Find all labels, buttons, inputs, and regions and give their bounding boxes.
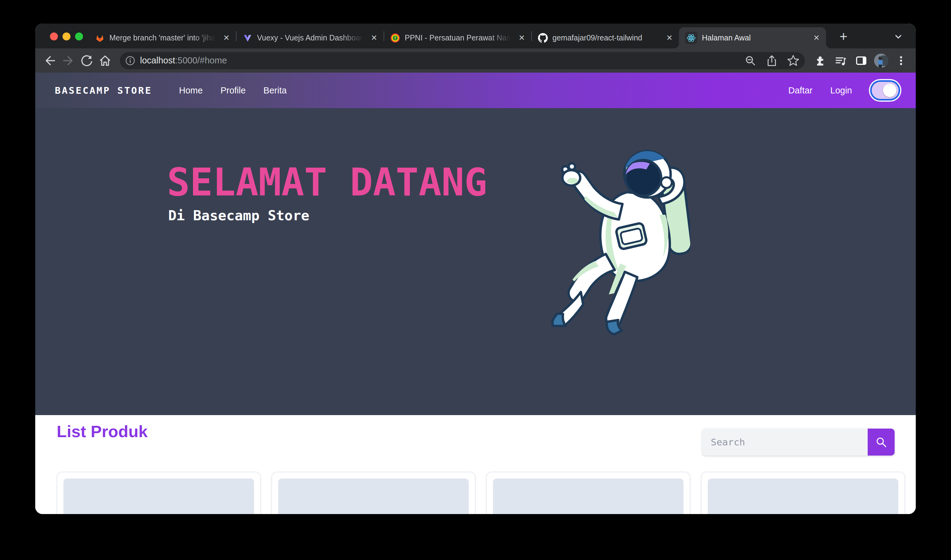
astronaut-illustration: [548, 147, 690, 342]
gitlab-icon: [95, 33, 105, 43]
side-panel-icon[interactable]: [853, 53, 869, 69]
product-image-placeholder: [493, 478, 683, 514]
site-navbar: BASECAMP STORE Home Profile Berita Dafta…: [35, 72, 916, 108]
nav-link-daftar[interactable]: Daftar: [788, 85, 813, 95]
url-text: localhost:5000/#home: [140, 55, 227, 66]
address-bar[interactable]: localhost:5000/#home: [120, 52, 805, 69]
tab-title: gemafajar09/react-tailwind: [552, 33, 660, 42]
tabs-container: Merge branch 'master' into 'jiha ✕ Vuexy…: [89, 24, 826, 48]
product-image-placeholder: [708, 478, 898, 514]
nav-link-home[interactable]: Home: [179, 85, 203, 95]
site-info-icon[interactable]: [125, 55, 136, 66]
zoom-window-button[interactable]: [75, 32, 83, 40]
tab-vuexy-dashboard[interactable]: Vuexy - Vuejs Admin Dashboard ✕: [237, 27, 383, 48]
tab-ppni[interactable]: PPNI - Persatuan Perawat Nasio ✕: [384, 27, 531, 48]
web-page: BASECAMP STORE Home Profile Berita Dafta…: [35, 72, 916, 514]
nav-link-berita[interactable]: Berita: [263, 85, 287, 95]
nav-link-login[interactable]: Login: [830, 85, 852, 95]
nav-link-profile[interactable]: Profile: [221, 85, 246, 95]
tab-gitlab-merge-branch[interactable]: Merge branch 'master' into 'jiha ✕: [89, 27, 236, 48]
brand-logo-text[interactable]: BASECAMP STORE: [55, 85, 152, 96]
product-image-placeholder: [63, 478, 254, 514]
zoom-out-icon[interactable]: [742, 52, 759, 69]
media-controls-icon[interactable]: [833, 53, 848, 69]
github-icon: [538, 33, 548, 43]
theme-toggle-switch[interactable]: [872, 82, 899, 99]
new-tab-button[interactable]: +: [836, 28, 851, 45]
bookmark-star-icon[interactable]: [785, 52, 802, 69]
search-input[interactable]: [702, 429, 868, 455]
url-host: localhost: [140, 55, 175, 65]
home-icon[interactable]: [97, 53, 113, 69]
react-icon: [686, 33, 696, 43]
product-card-grid: [57, 472, 905, 514]
close-tab-icon[interactable]: ✕: [369, 33, 379, 43]
product-card[interactable]: [701, 472, 905, 514]
tab-github-react-tailwind[interactable]: gemafajar09/react-tailwind ✕: [532, 27, 679, 48]
reload-icon[interactable]: [79, 53, 95, 69]
browser-menu-dots-icon[interactable]: [893, 53, 909, 69]
ppni-icon: [390, 33, 400, 43]
tab-search-chevron-icon[interactable]: [893, 32, 903, 42]
toggle-knob: [883, 84, 896, 97]
vuexy-icon: [243, 33, 252, 43]
browser-window: Merge branch 'master' into 'jiha ✕ Vuexy…: [35, 24, 916, 514]
tab-halaman-awal-active[interactable]: Halaman Awal ✕: [679, 27, 826, 48]
close-window-button[interactable]: [50, 32, 58, 40]
url-path: :5000/#home: [175, 55, 227, 65]
close-tab-icon[interactable]: ✕: [517, 33, 527, 43]
back-icon[interactable]: [42, 53, 58, 69]
minimize-window-button[interactable]: [63, 32, 71, 40]
tab-title: Merge branch 'master' into 'jiha: [109, 33, 217, 42]
extensions-puzzle-icon[interactable]: [812, 53, 828, 69]
close-tab-icon[interactable]: ✕: [664, 33, 675, 43]
hero-title: SELAMAT DATANG: [167, 162, 487, 203]
tab-title: PPNI - Persatuan Perawat Nasio: [405, 33, 512, 42]
search-icon: [874, 435, 888, 449]
product-card[interactable]: [271, 472, 476, 514]
product-image-placeholder: [278, 478, 469, 514]
tab-strip: Merge branch 'master' into 'jiha ✕ Vuexy…: [35, 24, 916, 48]
window-controls: [50, 32, 83, 40]
products-heading: List Produk: [57, 422, 148, 441]
hero-subtitle: Di Basecamp Store: [168, 208, 487, 224]
close-tab-icon[interactable]: ✕: [221, 33, 232, 43]
search-button[interactable]: [868, 429, 895, 455]
share-icon[interactable]: [763, 52, 780, 69]
tab-title: Vuexy - Vuejs Admin Dashboard: [257, 33, 364, 42]
hero-section: SELAMAT DATANG Di Basecamp Store: [35, 108, 916, 415]
forward-icon[interactable]: [60, 53, 76, 69]
product-card[interactable]: [486, 472, 690, 514]
browser-toolbar: localhost:5000/#home: [35, 48, 916, 72]
products-section: List Produk: [35, 415, 916, 514]
product-search: [702, 429, 895, 455]
tab-title: Halaman Awal: [702, 33, 807, 42]
profile-avatar[interactable]: [874, 54, 888, 68]
product-card[interactable]: [57, 472, 261, 514]
close-tab-icon[interactable]: ✕: [811, 33, 822, 43]
screenshot-stage: Merge branch 'master' into 'jiha ✕ Vuexy…: [0, 0, 951, 560]
